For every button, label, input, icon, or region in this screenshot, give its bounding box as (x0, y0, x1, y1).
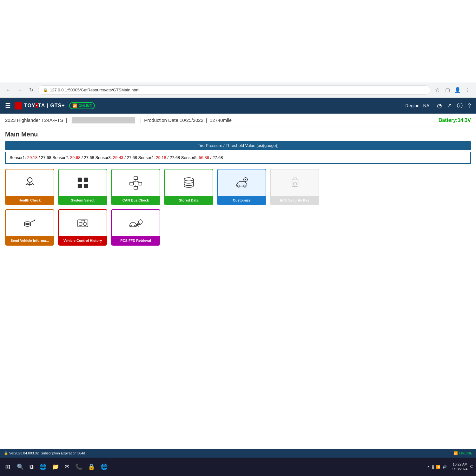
can-bus-check-card[interactable]: CAN Bus Check (111, 169, 160, 205)
svg-point-37 (83, 222, 87, 225)
search-taskbar-button[interactable]: 🔍 (15, 462, 26, 472)
pcs-ffd-card[interactable]: PCS FFD Retrieval (111, 209, 160, 246)
url-text: 127.0.0.1:50005/GetResource/gts/GTSMain.… (50, 88, 139, 92)
svg-point-17 (184, 178, 193, 181)
svg-rect-6 (83, 178, 88, 182)
vehicle-control-history-card[interactable]: Vehicle Control History (58, 209, 107, 246)
sensor5-label: Sensor5: (181, 155, 199, 160)
tab-button[interactable]: ▢ (443, 86, 452, 95)
separator3: | (206, 117, 207, 123)
svg-rect-9 (134, 177, 138, 180)
vpn-icon[interactable]: 🔒 (86, 462, 97, 472)
sensor1-value: 29.18 (27, 155, 38, 160)
system-select-label: System Select (69, 198, 96, 202)
edge-icon[interactable]: 🌐 (37, 462, 48, 472)
send-vehicle-card[interactable]: Send Vehicle Informa... (5, 209, 54, 246)
pcs-ffd-bottom: PCS FFD Retrieval (112, 236, 160, 245)
sensor3-thresh: / 27.68 (124, 155, 138, 160)
production-date: Production Date 10/25/2022 (144, 117, 203, 123)
customize-card[interactable]: Customize (217, 169, 266, 205)
chrome-icon[interactable]: 🌐 (99, 462, 109, 472)
separator1: | (66, 117, 67, 123)
svg-point-30 (24, 221, 31, 224)
menu-row-1: Health Check (5, 169, 471, 205)
online-label: ONLINE (78, 104, 92, 108)
vehicle-history-bottom: Vehicle Control History (59, 236, 107, 245)
stored-data-card[interactable]: Stored Data (164, 169, 213, 205)
top-spacer (0, 0, 476, 83)
svg-line-44 (136, 225, 139, 226)
svg-line-3 (25, 183, 27, 185)
info-icon[interactable]: ⓘ (457, 102, 463, 109)
tray-network[interactable]: 📶 (436, 465, 440, 469)
svg-rect-10 (129, 182, 133, 185)
taskbar-clock[interactable]: 10:22 AM 1/18/2024 (452, 462, 467, 472)
menu-grid: Health Check (5, 169, 471, 246)
address-bar[interactable]: 🔒 127.0.0.1:50005/GetResource/gts/GTSMai… (38, 85, 430, 95)
wifi-icon: 📶 (72, 103, 77, 108)
back-button[interactable]: ← (4, 86, 13, 95)
refresh-button[interactable]: ↻ (27, 86, 36, 95)
ecu-security-bottom: ECU Security Key (271, 196, 319, 205)
stored-data-bottom: Stored Data (165, 196, 213, 205)
vehicle-model: 2023 Highlander T24A-FTS (5, 117, 63, 123)
sensor3-label: Sensor3: (95, 155, 113, 160)
customize-bottom: Customize (218, 196, 266, 205)
svg-point-36 (79, 222, 82, 225)
pcs-ffd-label: PCS FFD Retrieval (119, 239, 152, 242)
system-select-card[interactable]: System Select (58, 169, 107, 205)
lock-icon: 🔒 (43, 88, 48, 92)
svg-rect-5 (77, 178, 82, 182)
start-button[interactable]: ⊞ (3, 462, 13, 472)
sensor4-value: 29.18 (156, 155, 166, 160)
vehicle-history-label: Vehicle Control History (62, 239, 103, 242)
external-link-icon[interactable]: ↗ (447, 102, 452, 109)
health-check-icon (23, 176, 37, 190)
menu-button[interactable]: ⋮ (463, 86, 472, 95)
toyota-logo: TOY▪TA | GTS+ 📶 ONLINE (15, 102, 95, 109)
online-badge: 📶 ONLINE (69, 102, 95, 109)
history-icon[interactable]: ◔ (437, 102, 442, 109)
sensor2-value: 29.68 (70, 155, 81, 160)
sensor4-label: Sensor4: (138, 155, 156, 160)
mail-icon[interactable]: ✉ (63, 462, 71, 472)
send-vehicle-icon (23, 216, 37, 230)
ecu-security-card[interactable]: ECU Security Key (270, 169, 319, 205)
tray-dots[interactable]: ⣿ (432, 465, 434, 469)
taskbar-right: ∧ ⣿ 📶 🔊 10:22 AM 1/18/2024 🗨 (427, 462, 473, 472)
hamburger-button[interactable]: ☰ (5, 102, 11, 109)
bookmark-button[interactable]: ☆ (433, 86, 442, 95)
svg-point-0 (27, 178, 32, 182)
help-icon[interactable]: ? (468, 102, 471, 109)
main-menu-title: Main Menu (5, 131, 471, 138)
ecu-security-label: ECU Security Key (279, 198, 311, 202)
teams-icon[interactable]: 📞 (73, 462, 84, 472)
svg-line-15 (136, 181, 140, 182)
online-text: ONLINE (459, 451, 472, 455)
notification-button[interactable]: 🗨 (470, 465, 473, 469)
can-bus-label: CAN Bus Check (121, 198, 150, 202)
stored-data-icon (182, 176, 196, 190)
online-status-small: 📶 ONLINE (453, 451, 472, 455)
health-check-bottom: Health Check (6, 196, 54, 205)
svg-rect-27 (294, 177, 296, 180)
version-text: 🔒 Ver2023.04.003.02 Subscription Expirat… (4, 451, 85, 455)
browser-icons: ☆ ▢ 👤 ⋮ (433, 86, 472, 95)
forward-button[interactable]: → (15, 86, 24, 95)
battery-text: Battery:14.3V (439, 117, 471, 123)
health-check-card[interactable]: Health Check (5, 169, 54, 205)
tray-chevron[interactable]: ∧ (427, 465, 430, 469)
profile-button[interactable]: 👤 (453, 86, 462, 95)
region-text: Region : NA (406, 103, 429, 108)
system-select-icon (76, 176, 90, 190)
explorer-icon[interactable]: 📁 (50, 462, 61, 472)
taskbar-tray: ∧ ⣿ 📶 🔊 (427, 465, 447, 469)
toyota-text: TOY▪TA | GTS+ (24, 103, 65, 109)
customize-label: Customize (232, 198, 252, 202)
sensor5-thresh: / 27.68 (210, 155, 223, 160)
tray-volume[interactable]: 🔊 (442, 465, 447, 469)
task-view-button[interactable]: ⧉ (28, 462, 36, 472)
top-nav: ☰ TOY▪TA | GTS+ 📶 ONLINE Region : NA ◔ ↗… (0, 98, 476, 114)
svg-line-4 (32, 183, 34, 185)
mileage: 12740mile (210, 117, 232, 123)
